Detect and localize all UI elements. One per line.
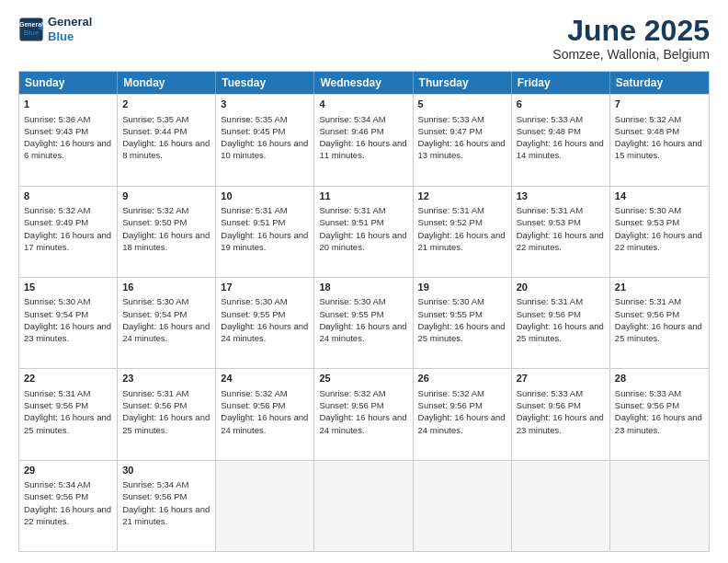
sunrise-text: Sunrise: 5:30 AM bbox=[418, 295, 506, 307]
daylight-text: Daylight: 16 hours and 22 minutes. bbox=[517, 229, 605, 254]
calendar-subtitle: Somzee, Wallonia, Belgium bbox=[552, 47, 710, 62]
sunset-text: Sunset: 9:56 PM bbox=[122, 399, 210, 411]
sunset-text: Sunset: 9:56 PM bbox=[319, 399, 407, 411]
sunrise-text: Sunrise: 5:34 AM bbox=[122, 478, 210, 490]
table-row: 15Sunrise: 5:30 AMSunset: 9:54 PMDayligh… bbox=[19, 278, 118, 368]
table-row bbox=[414, 461, 512, 551]
daylight-text: Daylight: 16 hours and 18 minutes. bbox=[122, 229, 210, 254]
day-number: 18 bbox=[319, 281, 407, 294]
table-row: 12Sunrise: 5:31 AMSunset: 9:52 PMDayligh… bbox=[414, 187, 512, 277]
day-number: 16 bbox=[122, 281, 210, 294]
table-row bbox=[216, 461, 314, 551]
sunrise-text: Sunrise: 5:31 AM bbox=[24, 387, 112, 399]
sunset-text: Sunset: 9:55 PM bbox=[221, 308, 309, 320]
daylight-text: Daylight: 16 hours and 8 minutes. bbox=[122, 137, 210, 162]
sunset-text: Sunset: 9:54 PM bbox=[122, 308, 210, 320]
day-number: 2 bbox=[122, 98, 210, 111]
sunrise-text: Sunrise: 5:30 AM bbox=[221, 295, 309, 307]
table-row: 3Sunrise: 5:35 AMSunset: 9:45 PMDaylight… bbox=[216, 95, 314, 185]
sunset-text: Sunset: 9:56 PM bbox=[24, 490, 112, 502]
day-number: 17 bbox=[221, 281, 309, 294]
sunset-text: Sunset: 9:53 PM bbox=[615, 216, 704, 228]
sunset-text: Sunset: 9:51 PM bbox=[319, 216, 407, 228]
sunrise-text: Sunrise: 5:32 AM bbox=[221, 387, 309, 399]
daylight-text: Daylight: 16 hours and 10 minutes. bbox=[221, 137, 309, 162]
table-row: 21Sunrise: 5:31 AMSunset: 9:56 PMDayligh… bbox=[610, 278, 709, 368]
day-number: 24 bbox=[221, 372, 309, 385]
table-row: 28Sunrise: 5:33 AMSunset: 9:56 PMDayligh… bbox=[610, 369, 709, 459]
daylight-text: Daylight: 16 hours and 25 minutes. bbox=[615, 320, 704, 345]
sunset-text: Sunset: 9:55 PM bbox=[418, 308, 506, 320]
sunset-text: Sunset: 9:56 PM bbox=[517, 308, 605, 320]
sunset-text: Sunset: 9:45 PM bbox=[221, 125, 309, 137]
calendar-week-2: 8Sunrise: 5:32 AMSunset: 9:49 PMDaylight… bbox=[19, 186, 709, 277]
table-row: 24Sunrise: 5:32 AMSunset: 9:56 PMDayligh… bbox=[216, 369, 314, 459]
sunset-text: Sunset: 9:56 PM bbox=[122, 490, 210, 502]
sunrise-text: Sunrise: 5:33 AM bbox=[615, 387, 704, 399]
daylight-text: Daylight: 16 hours and 17 minutes. bbox=[24, 229, 112, 254]
logo-icon: General Blue bbox=[18, 17, 44, 42]
sunset-text: Sunset: 9:46 PM bbox=[319, 125, 407, 137]
table-row: 25Sunrise: 5:32 AMSunset: 9:56 PMDayligh… bbox=[314, 369, 413, 459]
sunrise-text: Sunrise: 5:34 AM bbox=[319, 113, 407, 125]
table-row: 27Sunrise: 5:33 AMSunset: 9:56 PMDayligh… bbox=[512, 369, 610, 459]
day-number: 20 bbox=[517, 281, 605, 294]
sunrise-text: Sunrise: 5:32 AM bbox=[418, 387, 506, 399]
day-number: 19 bbox=[418, 281, 506, 294]
cal-header-cell-sunday: Sunday bbox=[19, 72, 118, 94]
logo-text: General Blue bbox=[48, 15, 92, 43]
sunset-text: Sunset: 9:56 PM bbox=[24, 399, 112, 411]
table-row: 7Sunrise: 5:32 AMSunset: 9:48 PMDaylight… bbox=[610, 95, 709, 185]
cal-header-cell-saturday: Saturday bbox=[610, 72, 709, 94]
table-row: 23Sunrise: 5:31 AMSunset: 9:56 PMDayligh… bbox=[118, 369, 216, 459]
sunrise-text: Sunrise: 5:30 AM bbox=[319, 295, 407, 307]
daylight-text: Daylight: 16 hours and 22 minutes. bbox=[615, 229, 704, 254]
table-row: 4Sunrise: 5:34 AMSunset: 9:46 PMDaylight… bbox=[314, 95, 413, 185]
daylight-text: Daylight: 16 hours and 6 minutes. bbox=[24, 137, 112, 162]
daylight-text: Daylight: 16 hours and 24 minutes. bbox=[319, 320, 407, 345]
table-row: 9Sunrise: 5:32 AMSunset: 9:50 PMDaylight… bbox=[118, 187, 216, 277]
daylight-text: Daylight: 16 hours and 23 minutes. bbox=[615, 411, 704, 436]
day-number: 11 bbox=[319, 190, 407, 203]
sunset-text: Sunset: 9:56 PM bbox=[517, 399, 605, 411]
sunrise-text: Sunrise: 5:35 AM bbox=[122, 113, 210, 125]
table-row: 5Sunrise: 5:33 AMSunset: 9:47 PMDaylight… bbox=[414, 95, 512, 185]
daylight-text: Daylight: 16 hours and 14 minutes. bbox=[517, 137, 605, 162]
sunrise-text: Sunrise: 5:31 AM bbox=[615, 295, 704, 307]
day-number: 29 bbox=[24, 464, 112, 477]
calendar-header-row: SundayMondayTuesdayWednesdayThursdayFrid… bbox=[19, 72, 709, 94]
day-number: 3 bbox=[221, 98, 309, 111]
page: General Blue General Blue June 2025 Somz… bbox=[0, 0, 728, 563]
day-number: 15 bbox=[24, 281, 112, 294]
day-number: 7 bbox=[615, 98, 704, 111]
day-number: 26 bbox=[418, 372, 506, 385]
table-row: 16Sunrise: 5:30 AMSunset: 9:54 PMDayligh… bbox=[118, 278, 216, 368]
sunrise-text: Sunrise: 5:31 AM bbox=[418, 204, 506, 216]
table-row bbox=[512, 461, 610, 551]
daylight-text: Daylight: 16 hours and 24 minutes. bbox=[418, 411, 506, 436]
daylight-text: Daylight: 16 hours and 11 minutes. bbox=[319, 137, 407, 162]
daylight-text: Daylight: 16 hours and 21 minutes. bbox=[122, 503, 210, 528]
day-number: 10 bbox=[221, 190, 309, 203]
daylight-text: Daylight: 16 hours and 24 minutes. bbox=[221, 320, 309, 345]
daylight-text: Daylight: 16 hours and 20 minutes. bbox=[319, 229, 407, 254]
daylight-text: Daylight: 16 hours and 23 minutes. bbox=[24, 320, 112, 345]
sunrise-text: Sunrise: 5:31 AM bbox=[221, 204, 309, 216]
sunrise-text: Sunrise: 5:31 AM bbox=[517, 204, 605, 216]
daylight-text: Daylight: 16 hours and 15 minutes. bbox=[615, 137, 704, 162]
sunrise-text: Sunrise: 5:31 AM bbox=[319, 204, 407, 216]
table-row: 17Sunrise: 5:30 AMSunset: 9:55 PMDayligh… bbox=[216, 278, 314, 368]
cal-header-cell-tuesday: Tuesday bbox=[216, 72, 314, 94]
cal-header-cell-monday: Monday bbox=[118, 72, 216, 94]
day-number: 23 bbox=[122, 372, 210, 385]
sunrise-text: Sunrise: 5:32 AM bbox=[122, 204, 210, 216]
sunset-text: Sunset: 9:49 PM bbox=[24, 216, 112, 228]
day-number: 21 bbox=[615, 281, 704, 294]
logo: General Blue General Blue bbox=[18, 15, 92, 43]
table-row: 20Sunrise: 5:31 AMSunset: 9:56 PMDayligh… bbox=[512, 278, 610, 368]
daylight-text: Daylight: 16 hours and 13 minutes. bbox=[418, 137, 506, 162]
calendar: SundayMondayTuesdayWednesdayThursdayFrid… bbox=[18, 71, 710, 552]
day-number: 12 bbox=[418, 190, 506, 203]
table-row: 22Sunrise: 5:31 AMSunset: 9:56 PMDayligh… bbox=[19, 369, 118, 459]
sunset-text: Sunset: 9:43 PM bbox=[24, 125, 112, 137]
